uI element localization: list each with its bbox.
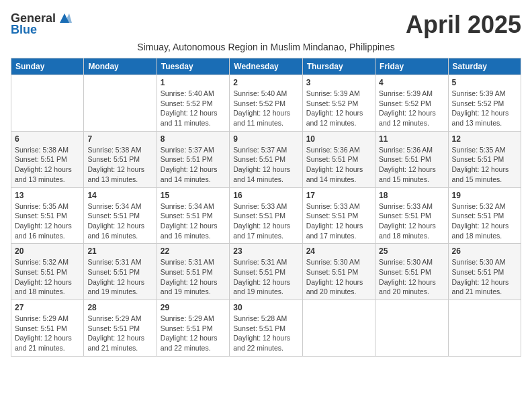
- day-number: 8: [161, 134, 226, 144]
- day-number: 4: [379, 78, 444, 87]
- day-info: Sunrise: 5:36 AMSunset: 5:51 PMDaylight:…: [379, 145, 444, 185]
- calendar-cell: 17Sunrise: 5:33 AMSunset: 5:51 PMDayligh…: [302, 187, 375, 244]
- calendar-cell: 2Sunrise: 5:40 AMSunset: 5:52 PMDaylight…: [230, 75, 302, 132]
- calendar-cell: [11, 75, 84, 132]
- calendar-table: SundayMondayTuesdayWednesdayThursdayFrid…: [11, 58, 521, 357]
- day-number: 16: [233, 191, 298, 200]
- day-info: Sunrise: 5:34 AMSunset: 5:51 PMDaylight:…: [87, 201, 152, 241]
- calendar-cell: 5Sunrise: 5:39 AMSunset: 5:52 PMDaylight…: [448, 75, 521, 132]
- day-info: Sunrise: 5:31 AMSunset: 5:51 PMDaylight:…: [87, 257, 152, 297]
- calendar-cell: 10Sunrise: 5:36 AMSunset: 5:51 PMDayligh…: [302, 131, 375, 187]
- calendar-subtitle: Simuay, Autonomous Region in Muslim Mind…: [11, 42, 521, 52]
- day-info: Sunrise: 5:35 AMSunset: 5:51 PMDaylight:…: [15, 201, 80, 241]
- day-info: Sunrise: 5:33 AMSunset: 5:51 PMDaylight:…: [379, 201, 444, 241]
- day-number: 14: [87, 191, 152, 200]
- calendar-cell: 27Sunrise: 5:29 AMSunset: 5:51 PMDayligh…: [11, 300, 84, 357]
- day-number: 6: [15, 134, 80, 144]
- day-number: 7: [87, 134, 152, 144]
- day-number: 24: [306, 246, 371, 256]
- day-info: Sunrise: 5:29 AMSunset: 5:51 PMDaylight:…: [161, 314, 226, 353]
- day-info: Sunrise: 5:39 AMSunset: 5:52 PMDaylight:…: [306, 89, 371, 128]
- day-number: 30: [233, 303, 298, 312]
- day-number: 12: [452, 134, 517, 144]
- day-header-friday: Friday: [375, 58, 448, 75]
- day-number: 1: [161, 78, 226, 87]
- day-number: 20: [15, 246, 80, 256]
- day-info: Sunrise: 5:40 AMSunset: 5:52 PMDaylight:…: [161, 89, 226, 128]
- calendar-cell: 28Sunrise: 5:29 AMSunset: 5:51 PMDayligh…: [84, 300, 157, 357]
- day-header-tuesday: Tuesday: [157, 58, 229, 75]
- day-info: Sunrise: 5:37 AMSunset: 5:51 PMDaylight:…: [161, 145, 226, 185]
- calendar-cell: 22Sunrise: 5:31 AMSunset: 5:51 PMDayligh…: [157, 244, 229, 300]
- calendar-cell: 21Sunrise: 5:31 AMSunset: 5:51 PMDayligh…: [84, 244, 157, 300]
- day-info: Sunrise: 5:39 AMSunset: 5:52 PMDaylight:…: [452, 89, 517, 128]
- day-info: Sunrise: 5:38 AMSunset: 5:51 PMDaylight:…: [15, 145, 80, 185]
- day-header-wednesday: Wednesday: [230, 58, 302, 75]
- calendar-cell: 25Sunrise: 5:30 AMSunset: 5:51 PMDayligh…: [375, 244, 448, 300]
- month-title: April 2025: [406, 11, 521, 39]
- logo-icon: [57, 11, 72, 26]
- day-info: Sunrise: 5:36 AMSunset: 5:51 PMDaylight:…: [306, 145, 371, 185]
- calendar-cell: 9Sunrise: 5:37 AMSunset: 5:51 PMDaylight…: [230, 131, 302, 187]
- day-number: 5: [452, 78, 517, 87]
- day-number: 13: [15, 191, 80, 200]
- calendar-cell: 8Sunrise: 5:37 AMSunset: 5:51 PMDaylight…: [157, 131, 229, 187]
- day-number: 11: [379, 134, 444, 144]
- day-info: Sunrise: 5:30 AMSunset: 5:51 PMDaylight:…: [452, 257, 517, 297]
- day-number: 29: [161, 303, 226, 312]
- day-number: 9: [233, 134, 298, 144]
- day-number: 25: [379, 246, 444, 256]
- day-header-saturday: Saturday: [448, 58, 521, 75]
- calendar-cell: 12Sunrise: 5:35 AMSunset: 5:51 PMDayligh…: [448, 131, 521, 187]
- calendar-cell: [375, 300, 448, 357]
- calendar-cell: 18Sunrise: 5:33 AMSunset: 5:51 PMDayligh…: [375, 187, 448, 244]
- calendar-cell: 6Sunrise: 5:38 AMSunset: 5:51 PMDaylight…: [11, 131, 84, 187]
- day-info: Sunrise: 5:29 AMSunset: 5:51 PMDaylight:…: [87, 314, 152, 353]
- day-header-thursday: Thursday: [302, 58, 375, 75]
- day-info: Sunrise: 5:33 AMSunset: 5:51 PMDaylight:…: [306, 201, 371, 241]
- day-info: Sunrise: 5:40 AMSunset: 5:52 PMDaylight:…: [233, 89, 298, 128]
- calendar-cell: 19Sunrise: 5:32 AMSunset: 5:51 PMDayligh…: [448, 187, 521, 244]
- day-number: 23: [233, 246, 298, 256]
- day-info: Sunrise: 5:35 AMSunset: 5:51 PMDaylight:…: [452, 145, 517, 185]
- logo-blue-text: Blue: [11, 23, 37, 37]
- calendar-cell: 4Sunrise: 5:39 AMSunset: 5:52 PMDaylight…: [375, 75, 448, 132]
- day-number: 27: [15, 303, 80, 312]
- calendar-cell: 20Sunrise: 5:32 AMSunset: 5:51 PMDayligh…: [11, 244, 84, 300]
- day-number: 17: [306, 191, 371, 200]
- day-info: Sunrise: 5:39 AMSunset: 5:52 PMDaylight:…: [379, 89, 444, 128]
- day-info: Sunrise: 5:31 AMSunset: 5:51 PMDaylight:…: [233, 257, 298, 297]
- logo: General Blue: [11, 11, 72, 37]
- day-info: Sunrise: 5:32 AMSunset: 5:51 PMDaylight:…: [15, 257, 80, 297]
- day-number: 28: [87, 303, 152, 312]
- calendar-cell: 3Sunrise: 5:39 AMSunset: 5:52 PMDaylight…: [302, 75, 375, 132]
- day-number: 22: [161, 246, 226, 256]
- day-header-sunday: Sunday: [11, 58, 84, 75]
- calendar-cell: 26Sunrise: 5:30 AMSunset: 5:51 PMDayligh…: [448, 244, 521, 300]
- calendar-cell: 14Sunrise: 5:34 AMSunset: 5:51 PMDayligh…: [84, 187, 157, 244]
- calendar-cell: 16Sunrise: 5:33 AMSunset: 5:51 PMDayligh…: [230, 187, 302, 244]
- day-info: Sunrise: 5:29 AMSunset: 5:51 PMDaylight:…: [15, 314, 80, 353]
- day-number: 10: [306, 134, 371, 144]
- day-info: Sunrise: 5:30 AMSunset: 5:51 PMDaylight:…: [306, 257, 371, 297]
- day-info: Sunrise: 5:33 AMSunset: 5:51 PMDaylight:…: [233, 201, 298, 241]
- day-number: 18: [379, 191, 444, 200]
- calendar-cell: 7Sunrise: 5:38 AMSunset: 5:51 PMDaylight…: [84, 131, 157, 187]
- calendar-cell: 15Sunrise: 5:34 AMSunset: 5:51 PMDayligh…: [157, 187, 229, 244]
- day-number: 2: [233, 78, 298, 87]
- day-info: Sunrise: 5:37 AMSunset: 5:51 PMDaylight:…: [233, 145, 298, 185]
- day-number: 19: [452, 191, 517, 200]
- day-number: 26: [452, 246, 517, 256]
- day-number: 3: [306, 78, 371, 87]
- calendar-cell: 13Sunrise: 5:35 AMSunset: 5:51 PMDayligh…: [11, 187, 84, 244]
- day-header-monday: Monday: [84, 58, 157, 75]
- calendar-cell: 24Sunrise: 5:30 AMSunset: 5:51 PMDayligh…: [302, 244, 375, 300]
- calendar-cell: [448, 300, 521, 357]
- day-number: 15: [161, 191, 226, 200]
- day-info: Sunrise: 5:32 AMSunset: 5:51 PMDaylight:…: [452, 201, 517, 241]
- day-info: Sunrise: 5:34 AMSunset: 5:51 PMDaylight:…: [161, 201, 226, 241]
- day-info: Sunrise: 5:30 AMSunset: 5:51 PMDaylight:…: [379, 257, 444, 297]
- day-info: Sunrise: 5:31 AMSunset: 5:51 PMDaylight:…: [161, 257, 226, 297]
- calendar-cell: [302, 300, 375, 357]
- day-info: Sunrise: 5:38 AMSunset: 5:51 PMDaylight:…: [87, 145, 152, 185]
